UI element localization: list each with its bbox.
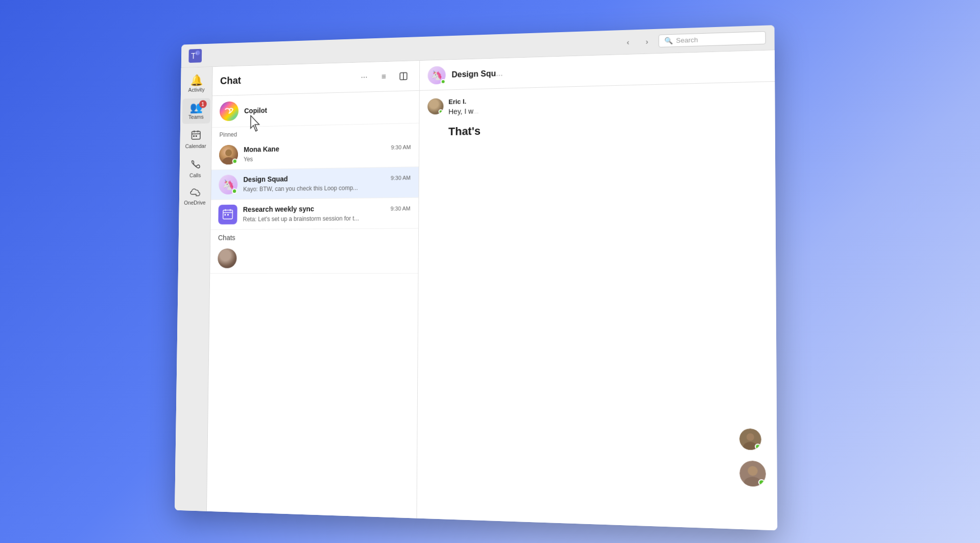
design-info-top: Design Squad 9:30 AM (243, 173, 411, 183)
bottom-avatar (218, 249, 237, 268)
conv-status-dot (441, 79, 446, 84)
copilot-name: Copilot (244, 107, 267, 115)
teams-badge: 1 (199, 100, 207, 108)
sidebar-item-onedrive[interactable]: OneDrive (181, 184, 209, 209)
sidebar-label-calendar: Calendar (185, 143, 206, 149)
teams-logo-icon: T i (188, 48, 202, 62)
design-squad-list-item[interactable]: 🦄 Design Squad 9:30 AM Kayo: BTW, can yo… (211, 167, 419, 200)
research-chat-info: Research weekly sync 9:30 AM Reta: Let's… (243, 204, 410, 223)
bottom-list-item[interactable] (210, 243, 418, 274)
research-sync-list-item[interactable]: Research weekly sync 9:30 AM Reta: Let's… (210, 198, 418, 230)
copilot-avatar (220, 101, 238, 121)
right-avatar-1 (739, 428, 761, 450)
back-button[interactable]: ‹ (620, 35, 635, 50)
chat-panel-title: Chat (220, 71, 356, 87)
title-bar-nav: ‹ › 🔍 Search (620, 30, 766, 49)
message-row-thats: That's (427, 118, 767, 138)
sidebar-label-teams: Teams (188, 114, 204, 120)
app-window: T i ‹ › 🔍 Search 🔔 Activity 👥 Teams 1 (175, 25, 777, 530)
sidebar-item-activity[interactable]: 🔔 Activity (182, 71, 210, 97)
sidebar-item-teams[interactable]: 👥 Teams 1 (182, 98, 210, 124)
mona-time: 9:30 AM (391, 144, 411, 150)
research-preview: Reta: Let's set up a brainstorm session … (243, 215, 359, 223)
eric-status-dot (439, 109, 443, 114)
compose-button[interactable] (395, 68, 411, 84)
forward-button[interactable]: › (639, 34, 654, 49)
design-preview: Kayo: BTW, can you check this Loop comp.… (243, 184, 358, 192)
message-row-eric: Eric I. Hey, I w... (427, 90, 766, 117)
svg-rect-9 (195, 135, 197, 137)
svg-rect-8 (193, 135, 195, 137)
sidebar-item-calendar[interactable]: Calendar (181, 126, 210, 153)
sidebar: 🔔 Activity 👥 Teams 1 (175, 67, 213, 511)
thats-message-text: That's (448, 118, 767, 138)
copilot-list-item[interactable]: Copilot (212, 91, 419, 128)
chats-section-header: Chats (210, 229, 418, 244)
design-avatar-wrapper: 🦄 (219, 175, 237, 194)
design-chat-info: Design Squad 9:30 AM Kayo: BTW, can you … (243, 173, 411, 193)
right-avatar-2 (739, 460, 766, 487)
chat-list: Copilot Pinned (207, 91, 419, 519)
conversation-panel: 🦄 Design Squ... Eric I. Hey, I w... (417, 50, 777, 530)
svg-rect-4 (192, 131, 200, 139)
calendar-icon (190, 130, 201, 142)
sidebar-label-calls: Calls (189, 172, 201, 179)
onedrive-icon (189, 188, 201, 199)
svg-rect-20 (225, 214, 226, 215)
research-avatar (218, 205, 237, 225)
conv-avatar: 🦄 (427, 66, 445, 84)
eric-message-content: Eric I. Hey, I w... (448, 90, 766, 117)
sidebar-item-calls[interactable]: Calls (181, 155, 210, 182)
research-info-top: Research weekly sync 9:30 AM (243, 204, 411, 213)
calls-icon (190, 159, 200, 171)
bottom-info-top (243, 257, 410, 258)
design-status-dot (232, 188, 237, 194)
chat-panel: Chat ··· ≡ (207, 61, 420, 519)
research-time: 9:30 AM (391, 205, 411, 211)
filter-button[interactable]: ≡ (376, 68, 392, 85)
chat-header: Chat ··· ≡ (212, 61, 419, 96)
svg-point-12 (221, 102, 238, 120)
mona-status-dot (232, 159, 237, 164)
svg-rect-21 (227, 214, 229, 215)
right-avatar-2-status (758, 479, 765, 486)
sidebar-label-activity: Activity (188, 87, 205, 93)
conversation-messages: Eric I. Hey, I w... That's (417, 82, 777, 530)
mona-kane-list-item[interactable]: Mona Kane 9:30 AM Yes (211, 136, 419, 170)
search-placeholder: Search (676, 36, 698, 44)
right-avatar-1-status (755, 443, 761, 450)
right-panel-avatars (739, 428, 766, 487)
more-options-button[interactable]: ··· (356, 69, 372, 85)
mona-avatar-wrapper (219, 145, 238, 165)
conversation-title: Design Squ... (451, 69, 503, 80)
research-name: Research weekly sync (243, 205, 315, 213)
eric-avatar (427, 98, 443, 114)
design-name: Design Squad (243, 175, 288, 184)
bottom-chat-info (243, 257, 411, 259)
search-icon: 🔍 (664, 37, 673, 45)
mona-info-top: Mona Kane 9:30 AM (244, 142, 411, 153)
research-avatar-wrapper (218, 205, 237, 225)
mona-chat-info: Mona Kane 9:30 AM Yes (244, 142, 411, 163)
design-time: 9:30 AM (391, 175, 411, 181)
activity-icon: 🔔 (190, 75, 203, 86)
chat-header-actions: ··· ≡ (356, 68, 412, 85)
mona-preview: Yes (244, 156, 253, 163)
svg-text:T: T (191, 52, 196, 60)
search-bar[interactable]: 🔍 Search (658, 31, 766, 47)
mona-name: Mona Kane (244, 145, 279, 154)
bottom-avatar-wrapper (218, 249, 237, 268)
main-content: 🔔 Activity 👥 Teams 1 (175, 50, 777, 530)
sidebar-label-onedrive: OneDrive (184, 200, 206, 206)
thats-message-content: That's (427, 118, 767, 138)
